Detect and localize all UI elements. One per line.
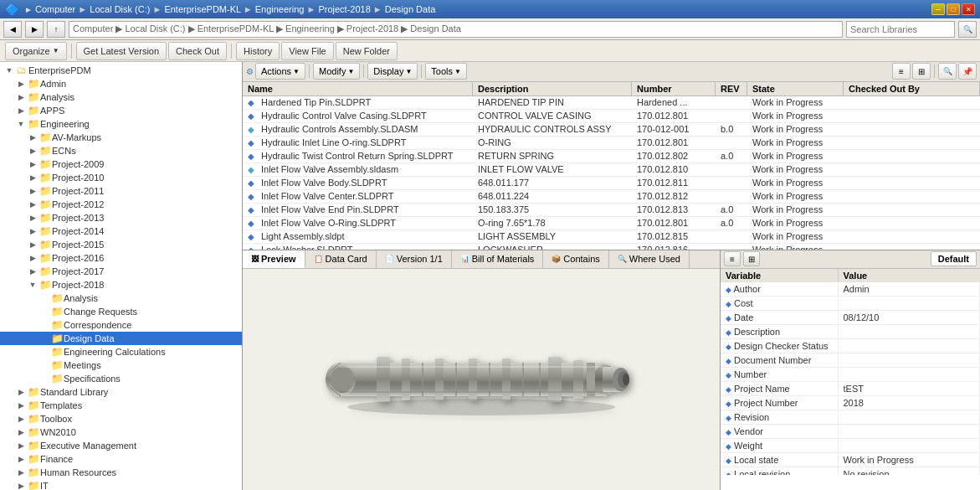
file-row[interactable]: ◆ Inlet Flow Valve Assembly.sldasm INLET… xyxy=(243,163,980,177)
tree-item-executive-mgmt[interactable]: ▶📁Executive Management xyxy=(0,439,242,452)
tab-data-card[interactable]: 📋 Data Card xyxy=(305,250,377,268)
tree-item-correspondence[interactable]: 📁Correspondence xyxy=(0,318,242,332)
props-row[interactable]: ◆ Number xyxy=(721,367,980,381)
tree-item-ecns[interactable]: ▶📁ECNs xyxy=(0,144,242,157)
file-name: Light Assembly.sldpt xyxy=(261,231,344,241)
props-row[interactable]: ◆ Design Checker Status xyxy=(721,338,980,353)
tree-item-project-2009[interactable]: ▶📁Project-2009 xyxy=(0,157,242,171)
modify-button[interactable]: Modify ▼ xyxy=(313,63,360,80)
search-input[interactable] xyxy=(846,21,955,38)
file-row[interactable]: ◆ Hydraulic Inlet Line O-ring.SLDPRT O-R… xyxy=(243,137,980,150)
view-file-button[interactable]: View File xyxy=(281,42,333,60)
search-button[interactable]: 🔍 xyxy=(958,21,977,38)
maximize-button[interactable]: □ xyxy=(947,3,960,15)
tree-item-engineering[interactable]: ▼📁Engineering xyxy=(0,117,242,131)
tree-item-specifications[interactable]: 📁Specifications xyxy=(0,372,242,385)
tab-where-used[interactable]: 🔍 Where Used xyxy=(609,250,690,268)
file-row[interactable]: ◆ Inlet Flow Valve End Pin.SLDPRT 150.18… xyxy=(243,204,980,217)
file-row[interactable]: ◆ Inlet Flow Valve Center.SLDPRT 648.011… xyxy=(243,190,980,204)
tree-item-analysis[interactable]: 📁Analysis xyxy=(0,291,242,305)
tree-item-project-2011[interactable]: ▶📁Project-2011 xyxy=(0,184,242,198)
tools-button[interactable]: Tools ▼ xyxy=(425,63,467,80)
tree-item-project-2010[interactable]: ▶📁Project-2010 xyxy=(0,171,242,184)
close-button[interactable]: ✕ xyxy=(962,3,975,15)
tree-item-change-requests[interactable]: 📁Change Requests xyxy=(0,305,242,318)
tree-label: IT xyxy=(40,481,49,490)
tree-item-eng-calcs[interactable]: 📁Engineering Calculations xyxy=(0,345,242,358)
tree-item-project-2013[interactable]: ▶📁Project-2013 xyxy=(0,211,242,224)
tab-bom[interactable]: 📊 Bill of Materials xyxy=(452,250,544,268)
up-button[interactable]: ↑ xyxy=(47,21,65,38)
props-row[interactable]: ◆ Cost xyxy=(721,296,980,310)
new-folder-button[interactable]: New Folder xyxy=(336,42,398,60)
props-row[interactable]: ◆ Revision xyxy=(721,410,980,424)
forward-button[interactable]: ▶ xyxy=(25,21,44,38)
tree-item-templates[interactable]: ▶📁Templates xyxy=(0,399,242,412)
history-button[interactable]: History xyxy=(236,42,280,60)
props-grid-button[interactable]: ⊞ xyxy=(743,251,760,266)
props-row[interactable]: ◆ Project Name tEST xyxy=(721,381,980,395)
col-rev[interactable]: REV xyxy=(716,82,747,95)
detail-view-button[interactable]: ⊞ xyxy=(912,63,931,80)
tree-item-project-2012[interactable]: ▶📁Project-2012 xyxy=(0,198,242,211)
tab-version[interactable]: 📄 Version 1/1 xyxy=(377,250,452,268)
props-row[interactable]: ◆ Description xyxy=(721,324,980,338)
props-row[interactable]: ◆ Author Admin xyxy=(721,282,980,297)
tree-item-meetings[interactable]: 📁Meetings xyxy=(0,358,242,372)
folder-icon: 📁 xyxy=(27,480,40,490)
tree-item-it[interactable]: ▶📁IT xyxy=(0,479,242,490)
tree-item-wn2010[interactable]: ▶📁WN2010 xyxy=(0,426,242,439)
list-view-button[interactable]: ≡ xyxy=(892,63,911,80)
tree-item-finance[interactable]: ▶📁Finance xyxy=(0,452,242,466)
file-row[interactable]: ◆ Hydraulic Control Valve Casing.SLDPRT … xyxy=(243,110,980,123)
file-row[interactable]: ◆ Inlet Flow Valve Body.SLDPRT 648.011.1… xyxy=(243,177,980,190)
main-toolbar: Organize ▼ Get Latest Version Check Out … xyxy=(0,40,980,62)
props-list-button[interactable]: ≡ xyxy=(724,251,741,266)
tree-item-project-2018[interactable]: ▼📁Project-2018 xyxy=(0,278,242,291)
col-number[interactable]: Number xyxy=(632,82,716,95)
tree-item-project-2016[interactable]: ▶📁Project-2016 xyxy=(0,251,242,265)
pin-icon-button[interactable]: 📌 xyxy=(958,63,977,80)
tab-contains[interactable]: 📦 Contains xyxy=(543,250,608,268)
toolbar-sep-2 xyxy=(231,44,232,59)
tree-item-project-2014[interactable]: ▶📁Project-2014 xyxy=(0,224,242,238)
tab-preview[interactable]: 🖼 Preview xyxy=(243,250,305,268)
tree-item-admin[interactable]: ▶📁Admin xyxy=(0,77,242,90)
back-button[interactable]: ◀ xyxy=(3,21,22,38)
tree-item-design-data[interactable]: 📁Design Data xyxy=(0,332,242,345)
props-row[interactable]: ◆ Local state Work in Progress xyxy=(721,452,980,467)
col-desc[interactable]: Description xyxy=(473,82,632,95)
tree-item-root[interactable]: ▼🗂EnterprisePDM xyxy=(0,64,242,77)
tree-item-av-markups[interactable]: ▶📁AV-Markups xyxy=(0,131,242,144)
file-row[interactable]: ◆ Hydraulic Controls Assembly.SLDASM HYD… xyxy=(243,123,980,137)
tree-item-project-2015[interactable]: ▶📁Project-2015 xyxy=(0,238,242,251)
props-row[interactable]: ◆ Date 08/12/10 xyxy=(721,310,980,324)
actions-button[interactable]: Actions ▼ xyxy=(255,63,305,80)
address-path[interactable]: Computer ▶ Local Disk (C:) ▶ EnterpriseP… xyxy=(69,21,843,38)
props-row[interactable]: ◆ Vendor xyxy=(721,424,980,438)
file-row[interactable]: ◆ Inlet Flow Valve O-Ring.SLDPRT O-ring … xyxy=(243,217,980,230)
get-latest-button[interactable]: Get Latest Version xyxy=(76,42,167,60)
props-row[interactable]: ◆ Project Number 2018 xyxy=(721,395,980,410)
tree-item-analysis-top[interactable]: ▶📁Analysis xyxy=(0,90,242,104)
tree-item-toolbox[interactable]: ▶📁Toolbox xyxy=(0,412,242,426)
search-icon-button[interactable]: 🔍 xyxy=(938,63,957,80)
file-row[interactable]: ◆ Light Assembly.sldpt LIGHT ASSEMBLY 17… xyxy=(243,230,980,244)
props-row[interactable]: ◆ Weight xyxy=(721,438,980,452)
organize-button[interactable]: Organize ▼ xyxy=(5,42,67,60)
file-row[interactable]: ◆ Hardened Tip Pin.SLDPRT HARDENED TIP P… xyxy=(243,96,980,110)
tree-item-project-2017[interactable]: ▶📁Project-2017 xyxy=(0,265,242,278)
display-button[interactable]: Display ▼ xyxy=(367,63,418,80)
file-row[interactable]: ◆ Hydraulic Twist Control Return Spring.… xyxy=(243,150,980,163)
tree-item-standard-library[interactable]: ▶📁Standard Library xyxy=(0,385,242,399)
file-row[interactable]: ◆ Lock Washer.SLDPRT LOCKWASHER 170.012.… xyxy=(243,244,980,250)
col-name[interactable]: Name xyxy=(243,82,473,95)
tree-item-apps[interactable]: ▶📁APPS xyxy=(0,104,242,117)
tree-item-human-resources[interactable]: ▶📁Human Resources xyxy=(0,466,242,479)
props-row[interactable]: ◆ Document Number xyxy=(721,353,980,367)
minimize-button[interactable]: ─ xyxy=(931,3,945,15)
check-out-button[interactable]: Check Out xyxy=(168,42,227,60)
props-row[interactable]: ◆ Local revision No revision xyxy=(721,467,980,475)
col-state[interactable]: State xyxy=(747,82,844,95)
col-checked-out[interactable]: Checked Out By xyxy=(844,82,980,95)
